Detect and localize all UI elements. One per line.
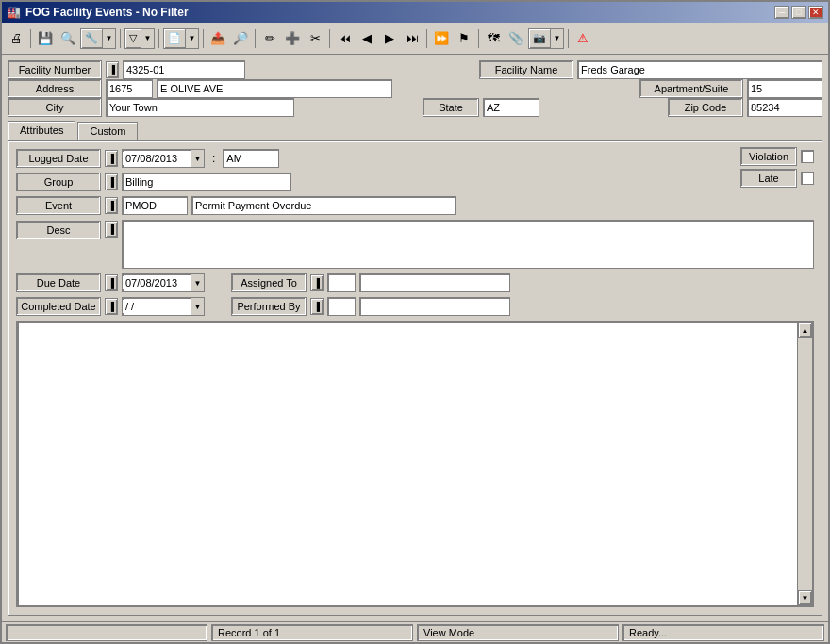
facility-number-lock: ▐ (106, 61, 119, 78)
tabs-bar: Attributes Custom (8, 121, 822, 140)
status-bar: Record 1 of 1 View Mode Ready... (2, 621, 828, 642)
due-date-row: Due Date ▐ ▼ Assigned To ▐ (16, 273, 814, 292)
close-button[interactable]: ✕ (808, 6, 823, 19)
performed-code-input[interactable] (327, 297, 356, 316)
sep5 (255, 29, 256, 48)
last-button[interactable]: ⏭ (402, 28, 423, 49)
restore-button[interactable]: □ (791, 6, 806, 19)
logged-date-label: Logged Date (16, 149, 101, 168)
save-button[interactable]: 💾 (35, 28, 56, 49)
desc-row: Desc ▐ (16, 220, 814, 269)
zoom-button[interactable]: 🔎 (230, 28, 251, 49)
event-lock: ▐ (105, 197, 118, 214)
tab-custom[interactable]: Custom (77, 122, 138, 140)
scrollbar-vertical: ▲ ▼ (797, 322, 812, 605)
completed-date-arrow[interactable]: ▼ (191, 298, 204, 315)
event-desc-input[interactable] (191, 196, 456, 215)
title-controls: ─ □ ✕ (774, 6, 823, 19)
camera-icon: 📷 (529, 32, 550, 44)
group-input[interactable] (122, 173, 291, 191)
tools-dropdown[interactable]: 🔧 ▼ (80, 28, 116, 49)
sep7 (426, 29, 427, 48)
sep4 (203, 29, 204, 48)
zip-input[interactable] (747, 98, 822, 117)
event-code-input[interactable] (122, 196, 188, 215)
facility-row: Facility Number ▐ Facility Name (8, 60, 822, 79)
search-button[interactable]: 🔍 (58, 28, 78, 49)
zip-label: Zip Code (668, 98, 743, 117)
print-button[interactable]: 🖨 (6, 28, 26, 49)
pages-arrow[interactable]: ▼ (185, 29, 198, 48)
alert-button[interactable]: ⚠ (573, 28, 593, 49)
record-info-pane: Record 1 of 1 (211, 624, 413, 641)
minimize-button[interactable]: ─ (774, 6, 789, 19)
apt-input[interactable] (747, 79, 822, 98)
violation-area: Violation Late (740, 147, 814, 188)
address-label: Address (8, 79, 102, 98)
completed-date-input[interactable] (123, 300, 191, 313)
city-input[interactable] (106, 98, 294, 117)
desc-textarea[interactable] (122, 220, 814, 269)
logged-date-dropdown[interactable]: ▼ (122, 149, 205, 168)
filter-arrow[interactable]: ▼ (141, 29, 154, 48)
content-area: Facility Number ▐ Facility Name Address … (2, 55, 828, 621)
due-date-input[interactable] (123, 276, 191, 289)
view-mode-pane: View Mode (417, 624, 619, 641)
address-street-input[interactable] (157, 79, 392, 98)
completed-date-row: Completed Date ▐ ▼ Performed By ▐ (16, 297, 814, 316)
attachment-button[interactable]: 📎 (506, 28, 526, 49)
scroll-up-button[interactable]: ▲ (798, 322, 812, 338)
due-date-dropdown[interactable]: ▼ (122, 273, 205, 292)
edit-button[interactable]: ✏ (259, 28, 280, 49)
completed-date-dropdown[interactable]: ▼ (122, 297, 205, 316)
violation-checkbox[interactable] (801, 150, 814, 163)
logged-date-arrow[interactable]: ▼ (191, 150, 204, 167)
event-label: Event (16, 196, 101, 215)
add-button[interactable]: ➕ (282, 28, 303, 49)
logged-date-input[interactable] (123, 152, 191, 165)
prev-button[interactable]: ◀ (357, 28, 377, 49)
cut-button[interactable]: ✂ (305, 28, 325, 49)
violation-row: Violation (740, 147, 814, 166)
due-date-lock: ▐ (105, 274, 118, 291)
state-label: State (423, 98, 479, 117)
jump-button[interactable]: ⏩ (431, 28, 452, 49)
tools-icon: 🔧 (81, 32, 102, 44)
logged-date-lock: ▐ (105, 150, 118, 167)
inner-form: Logged Date ▐ ▼ : Violation Late (8, 140, 822, 616)
late-checkbox[interactable] (801, 172, 814, 185)
late-label: Late (740, 169, 797, 188)
filter-dropdown[interactable]: ▽ ▼ (124, 28, 155, 49)
assigned-code-input[interactable] (327, 273, 356, 292)
address-row: Address Apartment/Suite (8, 79, 822, 98)
camera-dropdown[interactable]: 📷 ▼ (528, 28, 564, 49)
toolbar: 🖨 💾 🔍 🔧 ▼ ▽ ▼ 📄 ▼ 📤 🔎 ✏ ➕ ✂ ⏮ ◀ ▶ ⏭ ⏩ ⚑ (2, 23, 828, 55)
due-date-arrow[interactable]: ▼ (191, 274, 204, 291)
time-separator: : (208, 152, 219, 165)
title-bar-left: 🏭 FOG Facility Events - No Filter (7, 6, 189, 19)
apt-label: Apartment/Suite (639, 79, 743, 98)
facility-number-input[interactable] (123, 60, 245, 79)
next-button[interactable]: ▶ (379, 28, 400, 49)
tools-arrow[interactable]: ▼ (102, 29, 115, 48)
group-lock: ▐ (105, 173, 118, 190)
export-button[interactable]: 📤 (208, 28, 228, 49)
address-num-input[interactable] (106, 79, 153, 98)
state-input[interactable] (483, 98, 540, 117)
scroll-down-button[interactable]: ▼ (798, 590, 812, 605)
pages-dropdown[interactable]: 📄 ▼ (163, 28, 199, 49)
tab-attributes[interactable]: Attributes (8, 121, 75, 140)
assigned-name-input[interactable] (359, 273, 510, 292)
completed-date-lock: ▐ (105, 298, 118, 315)
map-button[interactable]: 🗺 (483, 28, 504, 49)
first-button[interactable]: ⏮ (334, 28, 355, 49)
group-label: Group (16, 173, 101, 191)
completed-date-label: Completed Date (16, 297, 101, 316)
performed-name-input[interactable] (359, 297, 510, 316)
flag-button[interactable]: ⚑ (454, 28, 474, 49)
performed-by-label: Performed By (231, 297, 307, 316)
facility-name-input[interactable] (577, 60, 822, 79)
main-window: 🏭 FOG Facility Events - No Filter ─ □ ✕ … (0, 0, 830, 644)
camera-arrow[interactable]: ▼ (550, 29, 563, 48)
logged-time-input[interactable] (223, 149, 279, 168)
